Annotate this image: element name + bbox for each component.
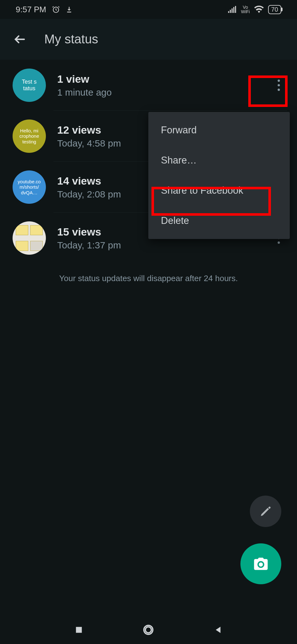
signal-icon: [228, 6, 237, 13]
svg-rect-4: [233, 7, 234, 13]
back-button[interactable]: [13, 32, 27, 47]
svg-point-20: [146, 627, 151, 633]
status-thumbnail: Hello, mi crophone testing: [13, 119, 46, 153]
status-time: Today, 1:37 pm: [57, 240, 121, 251]
svg-rect-2: [230, 10, 231, 13]
statusbar-time: 9:57 PM: [16, 5, 46, 14]
status-thumbnail: youtube.co m/shorts/ dvQA…: [13, 170, 46, 204]
android-statusbar: 9:57 PM Vo WiFi 70: [0, 0, 297, 19]
svg-rect-5: [235, 6, 236, 13]
menu-item-share[interactable]: Share…: [148, 145, 290, 175]
disappear-notice: Your status updates will disappear after…: [0, 264, 297, 293]
alarm-icon: [52, 5, 60, 14]
svg-point-8: [278, 89, 280, 91]
status-thumbnail: Test s tatus: [13, 69, 46, 102]
more-options-button[interactable]: [271, 77, 287, 93]
status-row[interactable]: Test s tatus 1 view 1 minute ago: [0, 60, 297, 111]
status-views: 1 view: [57, 73, 112, 85]
appbar: My status: [0, 19, 297, 60]
nav-recent-button[interactable]: [71, 622, 87, 638]
battery-indicator: 70: [268, 5, 281, 14]
nav-back-button[interactable]: [210, 622, 226, 638]
status-views: 14 views: [57, 175, 121, 187]
context-menu: Forward Share… Share to Facebook Delete: [148, 112, 290, 239]
nav-home-button[interactable]: [140, 622, 156, 638]
camera-fab[interactable]: [240, 543, 281, 584]
status-time: Today, 4:58 pm: [57, 138, 121, 149]
svg-point-17: [278, 242, 280, 244]
menu-item-delete[interactable]: Delete: [148, 206, 290, 236]
svg-rect-1: [228, 11, 229, 13]
status-views: 15 views: [57, 226, 121, 238]
status-time: Today, 2:08 pm: [57, 189, 121, 200]
page-title: My status: [44, 32, 98, 46]
menu-item-forward[interactable]: Forward: [148, 115, 290, 145]
vowifi-icon: Vo WiFi: [241, 5, 250, 14]
status-views: 12 views: [57, 124, 121, 136]
svg-rect-18: [76, 627, 82, 633]
download-icon: [66, 5, 73, 14]
status-time: 1 minute ago: [57, 87, 112, 98]
wifi-icon: [254, 6, 264, 13]
svg-rect-3: [232, 8, 233, 13]
svg-point-6: [278, 80, 280, 82]
android-navbar: [0, 616, 297, 644]
text-status-fab[interactable]: [250, 496, 281, 527]
status-thumbnail: [13, 221, 46, 255]
menu-item-share-facebook[interactable]: Share to Facebook: [148, 175, 290, 206]
svg-point-7: [278, 84, 280, 86]
